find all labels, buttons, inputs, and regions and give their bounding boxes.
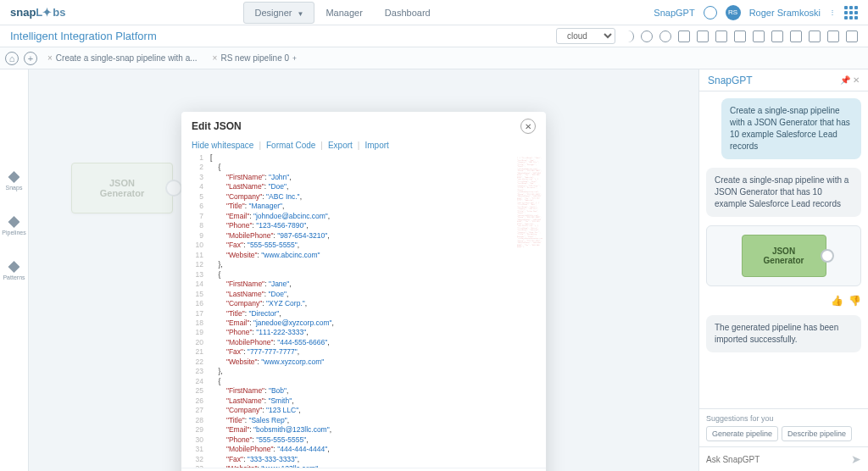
nav-designer[interactable]: Designer▼ xyxy=(243,2,314,24)
action-format-code[interactable]: Format Code xyxy=(266,141,315,150)
page-title: Intelligent Integration Platform xyxy=(10,30,157,42)
preview-connector-icon xyxy=(821,249,834,263)
history-icon[interactable] xyxy=(641,30,653,42)
left-rail: Snaps Pipelines Patterns xyxy=(0,69,29,471)
grid-icon[interactable] xyxy=(790,30,802,42)
pill-describe[interactable]: Describe pipeline xyxy=(782,426,852,441)
page-header: Intelligent Integration Platform cloud xyxy=(0,25,868,47)
thumbs-down-icon[interactable]: 👎 xyxy=(849,295,861,307)
modal-backdrop: Edit JSON ✕ Hide whitespace| Format Code… xyxy=(29,69,698,471)
send-icon[interactable]: ➤ xyxy=(851,452,861,466)
action-export[interactable]: Export xyxy=(328,141,353,150)
chat-assistant-message: Create a single-snap pipeline with a JSO… xyxy=(706,168,861,217)
play-icon[interactable] xyxy=(622,30,634,42)
apps-icon[interactable] xyxy=(844,6,858,19)
rail-patterns[interactable]: Patterns xyxy=(3,261,25,280)
nav-manager[interactable]: Manager xyxy=(314,2,373,24)
pin-icon[interactable]: 📌 xyxy=(840,75,850,85)
balance-icon[interactable] xyxy=(809,30,821,42)
logo: snapL✦bs xyxy=(10,6,65,19)
link-icon[interactable] xyxy=(827,30,839,42)
chat-user-message: Create a single-snap pipeline with a JSO… xyxy=(721,98,861,159)
pipeline-preview[interactable]: JSON Generator xyxy=(706,225,861,286)
json-editor[interactable]: 1[2 {3 "FirstName": "John",4 "LastName":… xyxy=(181,153,546,468)
tab-2[interactable]: ×RS new pipeline 0+ xyxy=(208,52,302,64)
rail-snaps[interactable]: Snaps xyxy=(6,171,23,191)
share-icon[interactable] xyxy=(753,30,765,42)
chat-title: SnapGPT xyxy=(708,75,753,86)
tab-1[interactable]: ×Create a single-snap pipeline with a... xyxy=(42,52,203,64)
action-hide-whitespace[interactable]: Hide whitespace xyxy=(192,141,253,150)
download-icon[interactable] xyxy=(715,30,727,42)
cloud-select[interactable]: cloud xyxy=(556,28,615,44)
pill-generate[interactable]: Generate pipeline xyxy=(706,426,778,441)
thumbs-up-icon[interactable]: 👍 xyxy=(831,295,843,307)
rail-pipelines[interactable]: Pipelines xyxy=(2,216,25,236)
close-panel-icon[interactable]: ✕ xyxy=(853,75,860,85)
action-import[interactable]: Import xyxy=(364,141,388,150)
tabs-row: ⌂ + ×Create a single-snap pipeline with … xyxy=(0,47,868,69)
calendar-icon[interactable] xyxy=(678,30,690,42)
add-tab-icon[interactable]: + xyxy=(24,52,37,65)
home-icon[interactable]: ⌂ xyxy=(5,52,19,65)
delete-icon[interactable] xyxy=(771,30,783,42)
suggestions-label: Suggestions for you xyxy=(706,414,861,423)
brand-label: SnapGPT xyxy=(654,8,694,18)
modal-title: Edit JSON xyxy=(192,120,242,132)
copy-icon[interactable] xyxy=(734,30,746,42)
nav-dashboard[interactable]: Dashboard xyxy=(374,2,442,24)
upload-icon[interactable] xyxy=(697,30,709,42)
toolbar xyxy=(622,30,858,42)
chat-success-message: The generated pipeline has been imported… xyxy=(706,315,861,352)
ask-input[interactable] xyxy=(706,455,846,464)
topbar: snapL✦bs Designer▼ Manager Dashboard Sna… xyxy=(0,0,868,25)
user-name: Roger Sramkoski xyxy=(749,8,821,18)
print-icon[interactable] xyxy=(846,30,858,42)
chat-panel: SnapGPT 📌 ✕ Create a single-snap pipelin… xyxy=(698,69,868,471)
refresh-icon[interactable] xyxy=(659,30,671,42)
globe-icon[interactable] xyxy=(704,6,717,19)
avatar[interactable]: RS xyxy=(726,5,741,20)
modal-close-icon[interactable]: ✕ xyxy=(520,119,536,134)
minimap-icon: [ { "FirstName": "John", "LastName": "Do… xyxy=(517,157,542,326)
edit-json-modal: Edit JSON ✕ Hide whitespace| Format Code… xyxy=(181,112,546,471)
